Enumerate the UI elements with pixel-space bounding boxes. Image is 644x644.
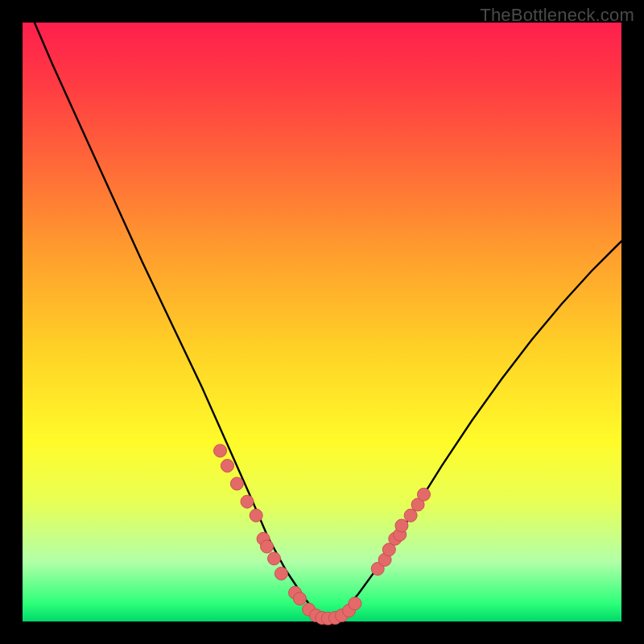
highlight-dot [417, 488, 430, 501]
chart-overlay [23, 23, 621, 621]
highlight-dots-group [214, 444, 431, 625]
highlight-dot [250, 509, 262, 522]
highlight-dot [261, 540, 274, 553]
plot-area [23, 23, 621, 621]
highlight-dot [267, 552, 280, 565]
watermark-text: TheBottleneck.com [480, 5, 634, 26]
chart-frame: TheBottleneck.com [0, 0, 644, 644]
highlight-dot [349, 597, 361, 610]
highlight-dot [230, 477, 243, 490]
highlight-dot [221, 460, 233, 473]
highlight-dot [293, 592, 306, 605]
highlight-dot [395, 519, 408, 532]
highlight-dot [214, 444, 227, 457]
highlight-dot [241, 495, 254, 508]
highlight-dot [275, 567, 287, 580]
bottleneck-curve [35, 23, 621, 618]
